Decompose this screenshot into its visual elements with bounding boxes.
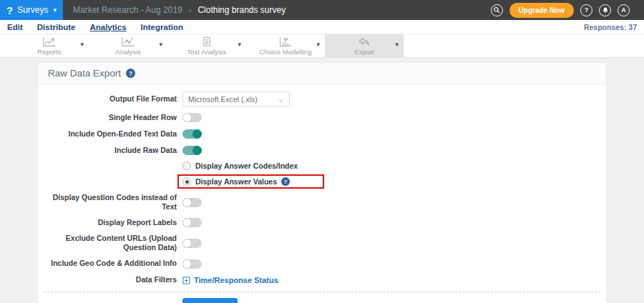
toolbar-tab-label: Choice Modelling [260,48,312,56]
link-label: Time/Response Status [194,276,278,284]
chevron-down-icon: ▾ [54,6,57,14]
display-report-labels-toggle[interactable] [182,218,202,227]
display-answer-values-help-icon[interactable]: ? [281,177,290,186]
toolbar-tab-label: Reports [37,48,61,56]
caret-down-icon[interactable]: ▾ [80,41,84,48]
toolbar-tab-reports[interactable]: Reports ▾ [10,34,89,57]
selected-option: Microsoft Excel (.xls) [188,95,258,104]
dashed-divider [44,292,600,292]
menu-item-distribute[interactable]: Distribute [37,23,76,31]
plus-square-icon [182,277,190,284]
topbar-actions: Upgrade Now ? A [491,3,644,18]
brand-label: Surveys [17,5,48,15]
field-label: Single Header Row [48,113,177,122]
breadcrumb: Market Research - Aug 2019 › Clothing br… [73,5,491,15]
breadcrumb-parent-link[interactable]: Market Research - Aug 2019 [73,5,182,15]
time-response-status-link[interactable]: Time/Response Status [182,276,278,284]
toolbar-tab-label: Text Analysis [187,48,227,56]
chevron-down-icon: ⌄ [278,97,284,101]
toggle-knob [182,218,192,227]
analytics-toolbar: Reports ▾ Analysis ▾ Text Analysis ▾ [0,34,644,58]
surveys-brand-menu[interactable]: ? Surveys ▾ [0,0,63,20]
account-avatar[interactable]: A [618,4,630,16]
row-output-file-format: Output File Format Microsoft Excel (.xls… [48,91,596,106]
row-data-filters: Data Filters Time/Response Status [48,275,596,286]
include-geo-code-toggle[interactable] [182,259,202,269]
toolbar-tab-label: Export [354,48,374,56]
row-display-question-codes: Display Question Codes instead of Text [48,193,596,212]
field-label: Display Report Labels [48,218,177,227]
export-options-form: Output File Format Microsoft Excel (.xls… [38,84,606,303]
responses-count: Responses: 37 [584,23,637,31]
radio-dot [185,164,189,168]
radio-label: Display Answer Codes/Index [195,162,298,170]
caret-down-icon[interactable]: ▾ [395,41,399,48]
radio-row-display-answer-values: Display Answer Values ? [182,174,596,189]
row-exclude-content-urls: Exclude Content URLs (Upload Question Da… [48,234,596,252]
highlight-annotation-box: Display Answer Values ? [177,174,324,189]
toggle-knob [182,198,192,207]
caret-down-icon[interactable]: ▾ [159,41,162,48]
toggle-knob [182,259,192,269]
questionpro-logo-icon: ? [6,5,13,16]
toolbar-tab-label: Analysis [115,48,140,56]
content-area: Raw Data Export ? Output File Format Mic… [0,58,644,303]
top-bar: ? Surveys ▾ Market Research - Aug 2019 ›… [0,0,644,20]
raw-data-export-help-icon[interactable]: ? [126,69,135,78]
panel-title: Raw Data Export [48,68,121,79]
field-label: Data Filters [48,275,177,284]
trend-analysis-icon [121,36,135,47]
caret-down-icon[interactable]: ▾ [238,41,241,48]
search-icon[interactable] [491,4,503,16]
toolbar-tab-text-analysis[interactable]: Text Analysis ▾ [167,34,246,57]
display-answer-values-radio[interactable] [182,177,191,186]
include-open-ended-toggle[interactable] [182,129,202,139]
field-label: Include Open-Ended Text Data [48,129,177,139]
field-label: Include Raw Data [48,146,177,155]
toggle-knob [192,129,202,139]
export-arrow-icon [357,36,371,47]
toolbar-tab-choice-modelling[interactable]: Choice Modelling ▾ [246,34,325,57]
toolbar-tab-analysis[interactable]: Analysis ▾ [89,34,167,57]
breadcrumb-separator: › [189,6,192,14]
document-text-icon [200,36,214,47]
row-single-header-row: Single Header Row [48,112,596,123]
notifications-bell-icon[interactable] [599,4,611,16]
row-include-open-ended-text-data: Include Open-Ended Text Data [48,129,596,139]
exclude-content-urls-toggle[interactable] [182,239,202,248]
field-label: Display Question Codes instead of Text [48,193,177,212]
download-button[interactable]: Download [182,298,238,303]
include-raw-data-toggle[interactable] [182,146,202,155]
display-answer-codes-radio[interactable] [182,162,191,170]
menu-item-edit[interactable]: Edit [7,23,23,31]
radio-row-display-answer-codes: Display Answer Codes/Index [182,162,596,170]
radio-label: Display Answer Values [195,177,277,186]
toolbar-tab-export[interactable]: Export ▾ [325,34,404,57]
caret-down-icon[interactable]: ▾ [316,41,320,48]
menu-item-integration[interactable]: Integration [141,23,183,31]
row-include-raw-data: Include Raw Data [48,145,596,156]
bar-chart-icon [278,36,293,47]
panel-header: Raw Data Export ? [38,63,606,84]
single-header-row-toggle[interactable] [182,113,202,122]
display-question-codes-toggle[interactable] [182,198,202,207]
field-label: Include Geo Code & Additional Info [48,259,177,268]
toggle-knob [182,113,192,122]
radio-dot [185,180,189,184]
survey-menu-bar: Edit Distribute Analytics Integration Re… [0,20,644,34]
row-display-report-labels: Display Report Labels [48,217,596,228]
help-icon[interactable]: ? [580,4,592,16]
toggle-knob [192,146,202,155]
menu-item-analytics[interactable]: Analytics [89,23,126,31]
field-label: Output File Format [48,94,177,104]
raw-data-export-panel: Raw Data Export ? Output File Format Mic… [37,62,607,303]
toggle-knob [182,239,192,248]
line-chart-icon [42,36,57,47]
output-file-format-select[interactable]: Microsoft Excel (.xls) ⌄ [182,91,290,106]
field-label: Exclude Content URLs (Upload Question Da… [48,234,177,252]
breadcrumb-current: Clothing brands survey [197,5,286,15]
upgrade-now-button[interactable]: Upgrade Now [509,3,574,18]
row-include-geo-code: Include Geo Code & Additional Info [48,259,596,269]
